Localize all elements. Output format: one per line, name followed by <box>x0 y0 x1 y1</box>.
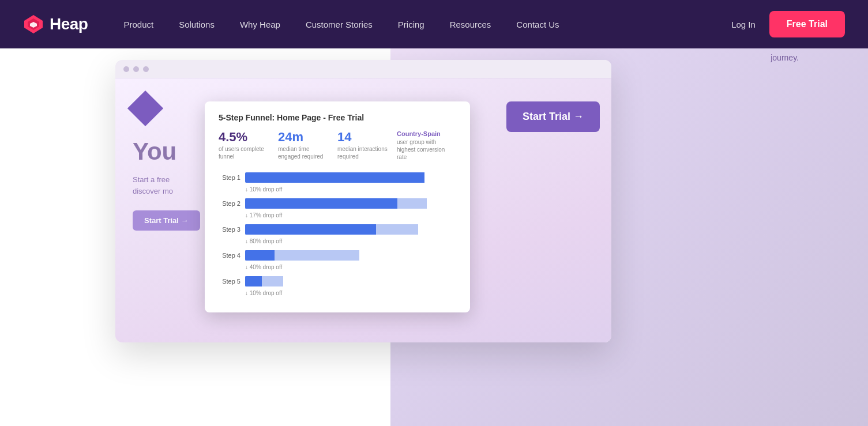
browser-mockup: You Start a freediscover mo Start Trial … <box>115 60 611 342</box>
stat-value-time: 24m <box>278 130 330 144</box>
nav-customer-stories[interactable]: Customer Stories <box>293 0 385 48</box>
stat-country: Country-Spain user group with highest co… <box>397 130 456 161</box>
step2-label: Step 2 <box>219 200 241 207</box>
nav-resources[interactable]: Resources <box>437 0 504 48</box>
logo-text: Heap <box>50 15 88 33</box>
step4-bar-dark <box>245 250 275 261</box>
partial-text-top: journey. <box>771 53 799 62</box>
dropoff-row-4: ↓ 40% drop off <box>219 264 456 270</box>
dropoff-text-1: ↓ 10% drop off <box>245 186 282 193</box>
browser-start-trial-button[interactable]: Start Trial → <box>133 210 200 231</box>
step3-bars <box>245 223 456 236</box>
nav-right-actions: Log In Free Trial <box>722 11 845 37</box>
dropoff-row-3: ↓ 80% drop off <box>219 238 456 244</box>
stat-country-name: Country-Spain <box>397 130 449 137</box>
nav-product[interactable]: Product <box>111 0 166 48</box>
nav-links: Product Solutions Why Heap Customer Stor… <box>111 0 722 48</box>
free-trial-button[interactable]: Free Trial <box>769 11 845 37</box>
stat-label-interactions: median interactions required <box>337 145 390 160</box>
chart-row-step5: Step 5 <box>219 275 456 288</box>
step1-label: Step 1 <box>219 174 241 181</box>
step2-bar-dark <box>245 198 397 209</box>
browser-dot-2 <box>133 66 139 72</box>
step1-bar-dark <box>245 172 424 183</box>
dropoff-row-1: ↓ 10% drop off <box>219 186 456 193</box>
login-link[interactable]: Log In <box>722 20 765 29</box>
step1-bars <box>245 171 456 184</box>
dropoff-row-2: ↓ 17% drop off <box>219 212 456 218</box>
nav-contact-us[interactable]: Contact Us <box>503 0 572 48</box>
chart-row-step3: Step 3 <box>219 223 456 236</box>
dropoff-text-2: ↓ 17% drop off <box>245 212 282 218</box>
navbar: Heap Product Solutions Why Heap Customer… <box>0 0 868 48</box>
chart-row-step2: Step 2 <box>219 197 456 210</box>
nav-pricing[interactable]: Pricing <box>385 0 437 48</box>
browser-chrome <box>115 60 611 78</box>
funnel-bar-chart: Step 1 ↓ 10% drop off Step 2 <box>219 171 456 296</box>
dropoff-text-4: ↓ 40% drop off <box>245 264 282 270</box>
dropoff-row-5: ↓ 10% drop off <box>219 290 456 296</box>
browser-right-cta[interactable]: Start Trial → <box>506 101 600 132</box>
step5-label: Step 5 <box>219 278 241 285</box>
nav-why-heap[interactable]: Why Heap <box>227 0 293 48</box>
logo[interactable]: Heap <box>23 14 88 35</box>
heap-logo-icon <box>23 14 44 35</box>
chart-row-step1: Step 1 <box>219 171 456 184</box>
step2-bars <box>245 197 456 210</box>
stat-value-interactions: 14 <box>337 130 390 144</box>
step4-label: Step 4 <box>219 252 241 259</box>
browser-dot-1 <box>123 66 129 72</box>
stat-label-completion: of users complete funnel <box>219 145 271 160</box>
dropoff-text-5: ↓ 10% drop off <box>245 290 282 296</box>
stat-interactions: 14 median interactions required <box>337 130 397 160</box>
step3-label: Step 3 <box>219 226 241 233</box>
hero-area: journey. You Start a freediscover mo Sta… <box>0 48 868 426</box>
stat-completion: 4.5% of users complete funnel <box>219 130 278 160</box>
stat-country-label: user group with highest conversion rate <box>397 138 449 161</box>
browser-body: You Start a freediscover mo Start Trial … <box>115 78 611 342</box>
funnel-stats: 4.5% of users complete funnel 24m median… <box>219 130 456 161</box>
chart-row-step4: Step 4 <box>219 249 456 262</box>
stat-time: 24m median time engaged required <box>278 130 337 160</box>
step5-bars <box>245 275 456 288</box>
diamond-icon <box>127 91 163 126</box>
dropoff-text-3: ↓ 80% drop off <box>245 238 282 244</box>
nav-solutions[interactable]: Solutions <box>166 0 227 48</box>
step4-bars <box>245 249 456 262</box>
step5-bar-dark <box>245 276 262 286</box>
browser-dot-3 <box>143 66 149 72</box>
stat-value-completion: 4.5% <box>219 130 271 144</box>
step3-bar-dark <box>245 224 376 235</box>
funnel-title: 5-Step Funnel: Home Page - Free Trial <box>219 113 456 122</box>
stat-label-time: median time engaged required <box>278 145 330 160</box>
funnel-card: 5-Step Funnel: Home Page - Free Trial 4.… <box>205 101 470 312</box>
